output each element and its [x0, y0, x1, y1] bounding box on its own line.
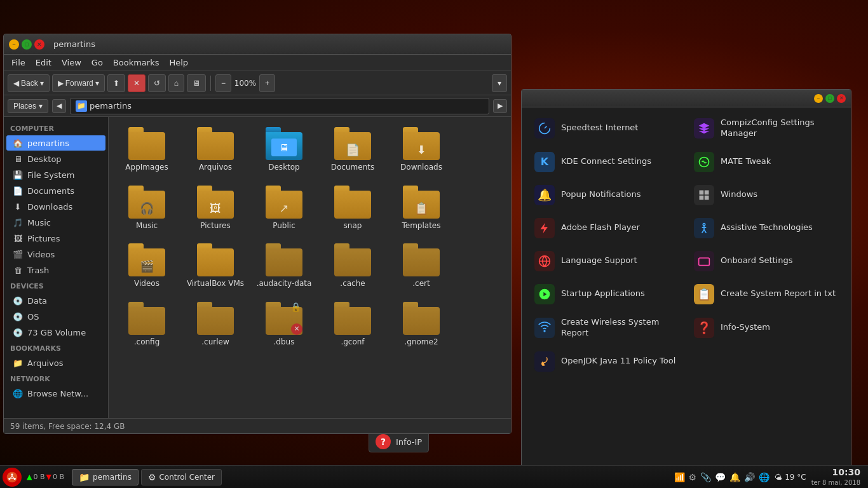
file-item-public[interactable]: ↗ Public: [252, 182, 316, 235]
sidebar-item-arquivos[interactable]: 📁 Arquivos: [6, 355, 105, 370]
task-pemartins-label: pemartins: [93, 473, 132, 482]
sidebar-item-pictures[interactable]: 🖼 Pictures: [6, 231, 105, 246]
error-badge: ✕: [291, 323, 302, 335]
cc-item-compiz[interactable]: CompizConfig Settings Manager: [688, 112, 844, 144]
file-label-desktop: Desktop: [268, 163, 300, 173]
cc-item-mate[interactable]: MATE Tweak: [688, 147, 844, 177]
reload-icon: ↺: [154, 79, 160, 88]
zoom-out-button[interactable]: −: [215, 74, 231, 92]
menu-go[interactable]: Go: [86, 57, 108, 69]
tray-network-icon[interactable]: 📶: [674, 472, 685, 482]
breadcrumb-back-button[interactable]: ◀: [52, 99, 66, 113]
stop-button[interactable]: ✕: [128, 74, 146, 92]
tray-attach-icon[interactable]: 📎: [700, 472, 711, 482]
maximize-button[interactable]: □: [22, 39, 32, 50]
cc-item-startup[interactable]: Startup Applications: [528, 279, 685, 309]
file-item-cert[interactable]: .cert: [390, 240, 453, 293]
cc-maximize-button[interactable]: □: [825, 94, 834, 103]
cc-item-onboard[interactable]: Onboard Settings: [688, 246, 844, 276]
cc-item-kde[interactable]: K KDE Connect Settings: [528, 147, 685, 177]
file-item-dbus[interactable]: 🔒 ✕ .dbus: [252, 298, 316, 351]
file-item-music[interactable]: 🎧 Music: [115, 182, 179, 235]
file-label-appimages: AppImages: [125, 163, 168, 173]
breadcrumb-forward-button[interactable]: ▶: [493, 99, 507, 113]
tray-volume-icon[interactable]: 🔊: [744, 472, 755, 482]
file-item-arquivos[interactable]: Arquivos: [184, 123, 247, 177]
file-item-gnome2[interactable]: .gnome2: [390, 298, 453, 351]
menu-bookmarks[interactable]: Bookmarks: [108, 57, 165, 69]
file-label-documents: Documents: [331, 163, 374, 173]
sidebar-item-downloads[interactable]: ⬇ Downloads: [6, 199, 105, 214]
computer-button[interactable]: 🖥: [187, 74, 206, 92]
forward-button[interactable]: ▶ Forward ▾: [52, 74, 105, 92]
file-item-virtualbox[interactable]: VirtualBox VMs: [184, 240, 247, 293]
taskbar-task-control-center[interactable]: ⚙ Control Center: [141, 469, 222, 485]
file-item-appimages[interactable]: AppImages: [115, 123, 179, 177]
info-ip-widget[interactable]: ? Info-IP: [369, 431, 429, 452]
os-drive-icon: 💿: [13, 311, 23, 322]
cc-item-openjdk[interactable]: OpenJDK Java 11 Policy Tool: [528, 346, 685, 377]
taskbar-task-pemartins[interactable]: 📁 pemartins: [72, 469, 139, 485]
file-item-snap[interactable]: snap: [321, 182, 384, 235]
sidebar-item-os[interactable]: 💿 OS: [6, 309, 105, 324]
file-item-curlew[interactable]: .curlew: [184, 298, 247, 351]
tray-bell-icon[interactable]: 🔔: [729, 472, 740, 482]
sidebar-item-pemartins[interactable]: 🏠 pemartins: [6, 135, 105, 151]
places-button[interactable]: Places ▾: [8, 99, 48, 113]
file-item-audacity[interactable]: .audacity-data: [252, 240, 316, 293]
cc-item-info-system[interactable]: ❓ Info-System: [688, 312, 844, 344]
start-button[interactable]: [3, 468, 22, 487]
sidebar-item-trash[interactable]: 🗑 Trash: [6, 262, 105, 278]
file-item-documents[interactable]: 📄 Documents: [321, 123, 384, 177]
cc-minimize-button[interactable]: −: [814, 94, 823, 103]
sidebar-item-desktop[interactable]: 🖥 Desktop: [6, 151, 105, 166]
sidebar-item-73gb[interactable]: 💿 73 GB Volume: [6, 325, 105, 340]
tray-chat-icon[interactable]: 💬: [715, 472, 726, 482]
sidebar-item-browse-network[interactable]: 🌐 Browse Netw...: [6, 386, 105, 401]
cc-item-language[interactable]: Language Support: [528, 246, 685, 276]
view-options-button[interactable]: ▾: [492, 74, 507, 92]
zoom-in-button[interactable]: +: [259, 74, 275, 92]
sidebar-item-documents[interactable]: 📄 Documents: [6, 183, 105, 198]
cc-item-popup[interactable]: 🔔 Popup Notifications: [528, 180, 685, 210]
weather-temp: 19 °C: [785, 473, 806, 482]
weather-widget[interactable]: 🌤 19 °C: [775, 473, 806, 482]
file-item-templates[interactable]: 📋 Templates: [390, 182, 453, 235]
file-item-gconf[interactable]: .gconf: [321, 298, 384, 351]
sidebar-bookmarks-heading: Bookmarks: [4, 341, 108, 355]
file-item-desktop[interactable]: 🖥 Desktop: [252, 123, 316, 177]
minimize-button[interactable]: −: [9, 39, 19, 50]
folder-icon-gnome2: [403, 302, 440, 335]
onboard-icon: [694, 251, 714, 271]
menu-file[interactable]: File: [6, 57, 31, 69]
cc-close-button[interactable]: ✕: [837, 94, 846, 103]
cc-item-windows[interactable]: Windows: [688, 180, 844, 210]
cc-item-wireless[interactable]: Create Wireless System Report: [528, 312, 685, 344]
menu-edit[interactable]: Edit: [31, 57, 57, 69]
sidebar-item-data[interactable]: 💿 Data: [6, 293, 105, 308]
cc-item-sysreport[interactable]: 📋 Create System Report in txt: [688, 279, 844, 309]
tray-bluetooth-icon[interactable]: ⚙: [689, 472, 697, 482]
back-button[interactable]: ◀ Back ▾: [8, 74, 50, 92]
menu-view[interactable]: View: [57, 57, 86, 69]
file-item-videos[interactable]: 🎬 Videos: [115, 240, 179, 293]
sidebar-item-videos[interactable]: 🎬 Videos: [6, 247, 105, 262]
clock-widget[interactable]: 10:30 ter 8 mai, 2018: [811, 466, 860, 488]
file-item-downloads[interactable]: ⬇ Downloads: [390, 123, 453, 177]
reload-button[interactable]: ↺: [148, 74, 166, 92]
menu-help[interactable]: Help: [164, 57, 193, 69]
close-button[interactable]: ✕: [34, 39, 44, 50]
file-item-pictures[interactable]: 🖼 Pictures: [184, 182, 247, 235]
assistive-icon: [694, 218, 714, 238]
home-button[interactable]: ⌂: [168, 74, 184, 92]
stop-icon: ✕: [133, 79, 140, 88]
cc-item-flash[interactable]: Adobe Flash Player: [528, 213, 685, 243]
cc-item-speedtest[interactable]: Speedtest Internet: [528, 112, 685, 144]
file-item-cache[interactable]: .cache: [321, 240, 384, 293]
file-item-config[interactable]: .config: [115, 298, 179, 351]
tray-network2-icon[interactable]: 🌐: [759, 472, 770, 482]
up-button[interactable]: ⬆: [107, 74, 125, 92]
cc-item-assistive[interactable]: Assistive Technologies: [688, 213, 844, 243]
sidebar-item-filesystem[interactable]: 💾 File System: [6, 167, 105, 182]
sidebar-item-music[interactable]: 🎵 Music: [6, 215, 105, 230]
